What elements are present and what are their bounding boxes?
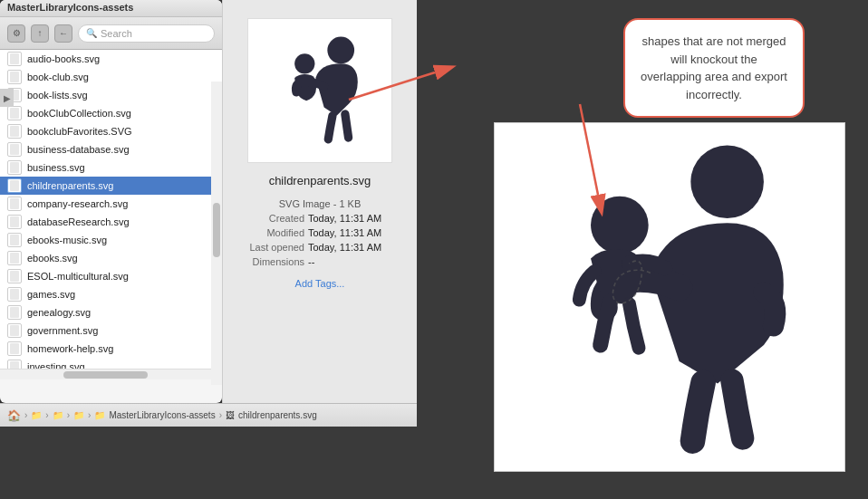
list-item[interactable]: government.svg (0, 321, 211, 340)
search-bar[interactable]: 🔍 Search (78, 24, 215, 43)
meta-dimensions-row: Dimensions -- (232, 256, 408, 267)
svg-point-2 (690, 145, 764, 218)
list-item[interactable]: book-lists.svg (0, 86, 211, 104)
meta-dimensions-value: -- (308, 256, 408, 267)
breadcrumb-file[interactable]: 🖼 childrenparents.svg (226, 410, 317, 420)
list-item[interactable]: company-research.svg (0, 195, 211, 213)
add-tags-button[interactable]: Add Tags... (295, 278, 345, 289)
annotation-bubble: shapes that are not merged will knockout… (623, 18, 805, 118)
file-list: audio-books.svg book-club.svg book-lists… (0, 50, 222, 371)
breadcrumb-sep-3: › (67, 410, 70, 420)
list-item[interactable]: databaseResearch.svg (0, 213, 211, 231)
breadcrumb-sep: › (24, 410, 27, 420)
breadcrumb-folder-1[interactable]: 📁 (31, 410, 42, 420)
meta-dimensions-label: Dimensions (232, 256, 304, 267)
preview-meta: SVG Image - 1 KB Created Today, 11:31 AM… (223, 198, 417, 271)
scrollbar-thumb[interactable] (213, 203, 220, 257)
breadcrumb-sep-4: › (88, 410, 91, 420)
meta-modified-label: Modified (232, 227, 304, 238)
annotation-text: shapes that are not merged will knockout… (641, 34, 787, 101)
expand-button[interactable]: ▶ (0, 89, 14, 107)
breadcrumb-assets-label: MasterLibraryIcons-assets (109, 410, 215, 420)
list-item[interactable]: bookclubFavorites.SVG (0, 122, 211, 140)
file-icon (7, 251, 22, 265)
finder-window: MasterLibraryIcons-assets ⚙ ↑ ← 🔍 Search… (0, 0, 222, 403)
list-item[interactable]: homework-help.svg (0, 340, 211, 358)
list-item[interactable]: genealogy.svg (0, 303, 211, 321)
file-icon (7, 323, 22, 338)
meta-type-row: SVG Image - 1 KB (232, 198, 408, 209)
file-icon (7, 70, 22, 84)
file-icon (7, 233, 22, 247)
search-icon: 🔍 (86, 28, 97, 38)
share-button[interactable]: ↑ (31, 24, 49, 43)
list-item[interactable]: audio-books.svg (0, 50, 211, 68)
list-item[interactable]: bookClubCollection.svg (0, 104, 211, 122)
list-item[interactable]: ESOL-multicultural.svg (0, 267, 211, 285)
preview-panel: childrenparents.svg SVG Image - 1 KB Cre… (222, 0, 417, 403)
meta-created-value: Today, 11:31 AM (308, 213, 408, 224)
bottom-scrollbar[interactable] (0, 369, 211, 379)
scrollbar[interactable] (211, 82, 222, 385)
svg-point-3 (591, 197, 649, 254)
list-item[interactable]: games.svg (0, 285, 211, 303)
file-icon (7, 106, 22, 120)
file-icon (7, 178, 22, 193)
breadcrumb-folder-3[interactable]: 📁 (73, 410, 84, 420)
preview-filename: childrenparents.svg (269, 174, 371, 187)
search-placeholder: Search (101, 28, 132, 39)
finder-toolbar: ⚙ ↑ ← 🔍 Search (0, 17, 222, 50)
list-item[interactable]: book-club.svg (0, 68, 211, 86)
meta-last-opened-value: Today, 11:31 AM (308, 242, 408, 253)
file-icon (7, 52, 22, 66)
large-preview (494, 122, 845, 472)
file-icon (7, 142, 22, 157)
breadcrumb-file-label: childrenparents.svg (238, 410, 317, 420)
window-title: MasterLibraryIcons-assets (0, 0, 222, 17)
file-icon (7, 287, 22, 302)
action-button[interactable]: ⚙ (7, 24, 25, 43)
file-icon (7, 197, 22, 211)
breadcrumb-sep-2: › (45, 410, 48, 420)
file-icon (7, 124, 22, 139)
bottom-scrollbar-thumb[interactable] (63, 371, 148, 379)
list-item[interactable]: business-database.svg (0, 140, 211, 158)
list-item-selected[interactable]: childrenparents.svg (0, 177, 211, 195)
breadcrumb-sep-5: › (219, 410, 222, 420)
meta-created-label: Created (232, 213, 304, 224)
svg-point-0 (327, 37, 354, 64)
breadcrumb-folder-2[interactable]: 📁 (53, 410, 63, 420)
svg-point-1 (294, 53, 314, 73)
breadcrumb-home[interactable]: 🏠 (7, 409, 21, 422)
file-icon (7, 269, 22, 283)
breadcrumb-assets-folder[interactable]: 📁 MasterLibraryIcons-assets (94, 410, 215, 420)
file-icon (7, 341, 22, 356)
meta-last-opened-row: Last opened Today, 11:31 AM (232, 242, 408, 253)
meta-type-value: SVG Image - 1 KB (232, 198, 408, 209)
back-button[interactable]: ← (54, 24, 72, 43)
list-item[interactable]: business.svg (0, 158, 211, 177)
file-icon (7, 160, 22, 175)
meta-created-row: Created Today, 11:31 AM (232, 213, 408, 224)
preview-svg (265, 32, 374, 149)
large-preview-svg (525, 139, 815, 456)
meta-modified-value: Today, 11:31 AM (308, 227, 408, 238)
file-icon (7, 215, 22, 229)
breadcrumb: 🏠 › 📁 › 📁 › 📁 › 📁 MasterLibraryIcons-ass… (0, 403, 417, 427)
file-icon (7, 305, 22, 320)
list-item[interactable]: ebooks.svg (0, 249, 211, 267)
meta-modified-row: Modified Today, 11:31 AM (232, 227, 408, 238)
preview-image-area (247, 18, 392, 163)
list-item[interactable]: ebooks-music.svg (0, 231, 211, 249)
meta-last-opened-label: Last opened (232, 242, 304, 253)
